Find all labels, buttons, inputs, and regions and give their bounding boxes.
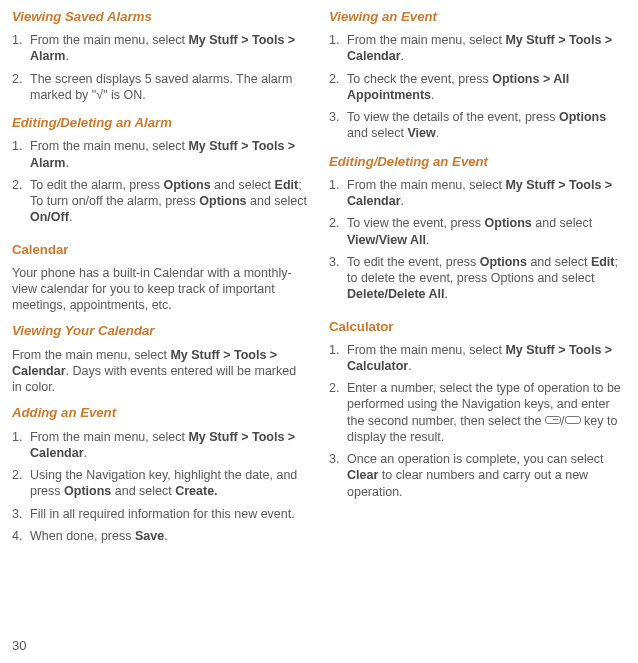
list-item: To edit the alarm, press Options and sel… bbox=[12, 177, 309, 226]
list-calculator: From the main menu, select My Stuff > To… bbox=[329, 342, 626, 506]
heading-editing-deleting-alarm: Editing/Deleting an Alarm bbox=[12, 114, 309, 131]
list-editing-deleting-alarm: From the main menu, select My Stuff > To… bbox=[12, 138, 309, 231]
heading-editing-deleting-event: Editing/Deleting an Event bbox=[329, 153, 626, 170]
list-item: From the main menu, select My Stuff > To… bbox=[12, 32, 309, 65]
list-item: Fill in all required information for thi… bbox=[12, 506, 309, 522]
list-item: From the main menu, select My Stuff > To… bbox=[329, 32, 626, 65]
list-item: Once an operation is complete, you can s… bbox=[329, 451, 626, 500]
page-number: 30 bbox=[12, 638, 26, 655]
list-item: To view the event, press Options and sel… bbox=[329, 215, 626, 248]
heading-viewing-your-calendar: Viewing Your Calendar bbox=[12, 322, 309, 339]
list-editing-deleting-event: From the main menu, select My Stuff > To… bbox=[329, 177, 626, 309]
paragraph-viewing-calendar: From the main menu, select My Stuff > To… bbox=[12, 347, 309, 396]
heading-calculator: Calculator bbox=[329, 318, 626, 335]
list-item: To check the event, press Options > All … bbox=[329, 71, 626, 104]
heading-adding-event: Adding an Event bbox=[12, 404, 309, 421]
paragraph-calendar-intro: Your phone has a built-in Calendar with … bbox=[12, 265, 309, 314]
heading-calendar: Calendar bbox=[12, 241, 309, 258]
list-adding-event: From the main menu, select My Stuff > To… bbox=[12, 429, 309, 551]
list-item: The screen displays 5 saved alarms. The … bbox=[12, 71, 309, 104]
list-item: From the main menu, select My Stuff > To… bbox=[329, 177, 626, 210]
page-content: Viewing Saved Alarms From the main menu,… bbox=[0, 0, 638, 553]
right-column: Viewing an Event From the main menu, sel… bbox=[329, 6, 626, 553]
heading-viewing-saved-alarms: Viewing Saved Alarms bbox=[12, 8, 309, 25]
list-item: To edit the event, press Options and sel… bbox=[329, 254, 626, 303]
list-item: When done, press Save. bbox=[12, 528, 309, 544]
list-item: From the main menu, select My Stuff > To… bbox=[329, 342, 626, 375]
list-viewing-saved-alarms: From the main menu, select My Stuff > To… bbox=[12, 32, 309, 109]
list-item: Enter a number, select the type of opera… bbox=[329, 380, 626, 445]
list-viewing-event: From the main menu, select My Stuff > To… bbox=[329, 32, 626, 148]
heading-viewing-event: Viewing an Event bbox=[329, 8, 626, 25]
left-column: Viewing Saved Alarms From the main menu,… bbox=[12, 6, 309, 553]
list-item: From the main menu, select My Stuff > To… bbox=[12, 429, 309, 462]
list-item: To view the details of the event, press … bbox=[329, 109, 626, 142]
list-item: From the main menu, select My Stuff > To… bbox=[12, 138, 309, 171]
list-item: Using the Navigation key, highlight the … bbox=[12, 467, 309, 500]
